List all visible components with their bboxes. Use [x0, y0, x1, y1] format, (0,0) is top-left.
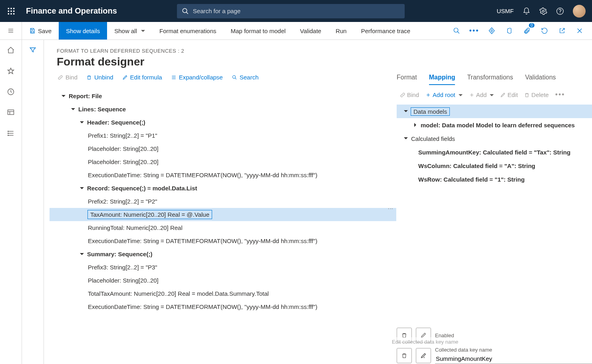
tree-node[interactable]: Prefix3: String[2..2] = "P3": [50, 261, 396, 274]
global-search[interactable]: [177, 4, 405, 18]
expand-collapse-button[interactable]: Expand/collapse: [171, 74, 223, 81]
attachments-count: 0: [529, 23, 534, 28]
tab-validations[interactable]: Validations: [525, 74, 556, 85]
collected-key-delete-button[interactable]: [397, 348, 412, 363]
caret-icon[interactable]: [403, 109, 409, 114]
office-button[interactable]: [504, 26, 515, 36]
actionbar-search-button[interactable]: [451, 26, 462, 36]
edit-formula-button[interactable]: Edit formula: [122, 74, 162, 81]
tree-node-summary[interactable]: Summary: Sequence(;): [50, 247, 396, 261]
tree-node-record[interactable]: Record: Sequence(;) = model.Data.List: [50, 182, 396, 195]
mapping-bind-button[interactable]: Bind: [400, 91, 419, 98]
svg-rect-5: [13, 10, 14, 12]
run-button[interactable]: Run: [328, 22, 354, 40]
validate-button[interactable]: Validate: [293, 22, 328, 40]
tree-node-header[interactable]: Header: Sequence(;): [50, 116, 396, 129]
tree-node[interactable]: TotalTaxAmount: Numeric[20..20] Real = m…: [50, 287, 396, 300]
format-toolbar: Bind Unbind Edit formula Expand/collapse…: [45, 68, 396, 85]
tree-node-lines[interactable]: Lines: Sequence: [50, 103, 396, 116]
mapping-node[interactable]: SummingAmountKey: Calculated field = "Ta…: [397, 145, 592, 159]
tree-node-report[interactable]: Report: File: [50, 89, 396, 103]
power-apps-button[interactable]: [487, 26, 497, 36]
svg-rect-7: [10, 13, 12, 14]
overflow-button[interactable]: •••: [469, 26, 479, 36]
help-button[interactable]: [556, 7, 564, 15]
tab-format[interactable]: Format: [397, 74, 417, 85]
caret-icon[interactable]: [79, 251, 85, 257]
legal-entity[interactable]: USMF: [497, 8, 514, 14]
tab-mapping[interactable]: Mapping: [429, 74, 455, 85]
add-root-button[interactable]: Add root: [425, 91, 463, 98]
caret-icon[interactable]: [61, 93, 66, 99]
tree-search-button[interactable]: Search: [232, 74, 259, 81]
caret-icon[interactable]: [79, 186, 85, 191]
caret-icon[interactable]: [413, 122, 418, 128]
show-all-button[interactable]: Show all: [107, 22, 152, 40]
mapping-delete-button[interactable]: Delete: [524, 91, 548, 98]
pencil-icon: [122, 75, 128, 80]
splitter-handle[interactable]: ⋮: [387, 206, 394, 212]
add-button[interactable]: Add: [469, 91, 494, 98]
enabled-delete-button[interactable]: [397, 328, 412, 343]
waffle-icon: [7, 7, 15, 15]
tree-node[interactable]: Placeholder: String[20..20]: [50, 155, 396, 168]
mapping-overflow-button[interactable]: •••: [555, 91, 565, 99]
breadcrumb: FORMAT TO LEARN DEFERRED SEQUENCES : 2: [44, 40, 592, 54]
favorites-button[interactable]: [7, 67, 15, 77]
show-details-button[interactable]: Show details: [59, 22, 107, 40]
unbind-button[interactable]: Unbind: [86, 74, 113, 81]
global-search-input[interactable]: [193, 8, 400, 14]
filter-column: [22, 40, 44, 364]
mapping-node[interactable]: WsRow: Calculated field = "1": String: [397, 172, 592, 186]
svg-rect-0: [8, 8, 9, 9]
collected-key-edit-button[interactable]: [416, 348, 431, 363]
gear-icon: [539, 7, 547, 15]
nav-toggle-button[interactable]: [0, 22, 22, 40]
mapping-node-data-models[interactable]: Data models: [397, 105, 592, 118]
mapping-node[interactable]: WsColumn: Calculated field = "A": String: [397, 159, 592, 172]
caret-icon[interactable]: [403, 136, 409, 141]
performance-trace-button[interactable]: Performance trace: [354, 22, 417, 40]
format-tree[interactable]: Report: File Lines: Sequence Header: Seq…: [45, 85, 396, 364]
tree-node[interactable]: Placeholder: String[20..20]: [50, 142, 396, 155]
mapping-node-calc-fields[interactable]: Calculated fields: [397, 132, 592, 145]
trash-icon: [86, 75, 92, 80]
settings-button[interactable]: [539, 7, 547, 15]
collected-key-input[interactable]: [435, 354, 592, 364]
modules-button[interactable]: [7, 129, 15, 139]
save-button[interactable]: Save: [22, 22, 59, 40]
bell-icon: [522, 7, 530, 15]
map-format-to-model-button[interactable]: Map format to model: [224, 22, 293, 40]
left-rail: [0, 40, 22, 364]
home-button[interactable]: [7, 46, 15, 56]
caret-icon[interactable]: [79, 120, 85, 125]
trash-icon: [401, 352, 407, 359]
attachments-button[interactable]: 0: [522, 26, 532, 36]
tab-transformations[interactable]: Transformations: [467, 74, 513, 85]
tree-node[interactable]: Prefix2: String[2..2] = "P2": [50, 195, 396, 208]
caret-icon[interactable]: [70, 107, 76, 112]
tree-node-taxamount[interactable]: TaxAmount: Numeric[20..20] Real = @.Valu…: [50, 208, 396, 221]
close-button[interactable]: [574, 26, 585, 36]
tree-node[interactable]: Placeholder: String[20..20]: [50, 274, 396, 287]
tree-node[interactable]: Prefix1: String[2..2] = "P1": [50, 129, 396, 142]
svg-rect-4: [10, 10, 12, 12]
tree-node[interactable]: ExecutionDateTime: String = DATETIMEFORM…: [50, 168, 396, 182]
filter-button[interactable]: [29, 46, 36, 364]
notifications-button[interactable]: [522, 7, 530, 15]
enabled-edit-button[interactable]: [416, 328, 431, 343]
app-launcher-button[interactable]: [0, 7, 22, 15]
recent-button[interactable]: [7, 88, 15, 97]
workspaces-button[interactable]: [7, 109, 15, 118]
mapping-edit-button[interactable]: Edit: [500, 91, 518, 98]
user-avatar[interactable]: [573, 5, 586, 18]
bind-button[interactable]: Bind: [58, 74, 77, 81]
tree-node[interactable]: ExecutionDateTime: String = DATETIMEFORM…: [50, 300, 396, 313]
mapping-tree[interactable]: Data models model: Data model Model to l…: [397, 102, 592, 325]
mapping-node-model[interactable]: model: Data model Model to learn deferre…: [397, 118, 592, 132]
tree-node[interactable]: RunningTotal: Numeric[20..20] Real: [50, 221, 396, 234]
tree-node[interactable]: ExecutionDateTime: String = DATETIMEFORM…: [50, 234, 396, 247]
format-enumerations-button[interactable]: Format enumerations: [152, 22, 224, 40]
popout-button[interactable]: [557, 26, 567, 36]
refresh-button[interactable]: [539, 26, 550, 36]
